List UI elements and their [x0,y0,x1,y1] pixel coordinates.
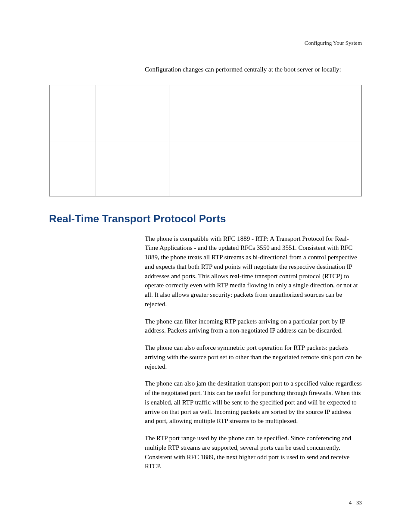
page-number: 4 - 33 [349,499,362,506]
table-cell [169,85,362,141]
section-title: Real-Time Transport Protocol Ports [49,213,362,225]
table-cell [96,141,169,196]
table-cell [50,85,96,141]
header-rule [49,51,362,51]
table-row [50,85,362,141]
table-cell [169,141,362,196]
config-table [49,85,362,196]
paragraph: The RTP port range used by the phone can… [145,434,362,471]
table-cell [50,141,96,196]
content-area: Configuration changes can performed cent… [49,65,362,479]
page: Configuring Your System Configuration ch… [0,0,411,532]
running-header: Configuring Your System [305,40,362,47]
table-row [50,141,362,196]
body-text-block: The phone is compatible with RFC 1889 - … [145,234,362,472]
paragraph: The phone can also jam the destination t… [145,379,362,426]
paragraph: The phone can also enforce symmetric por… [145,343,362,371]
paragraph: The phone is compatible with RFC 1889 - … [145,234,362,309]
table-cell [96,85,169,141]
paragraph: The phone can filter incoming RTP packet… [145,317,362,336]
lead-in-text: Configuration changes can performed cent… [145,65,362,75]
